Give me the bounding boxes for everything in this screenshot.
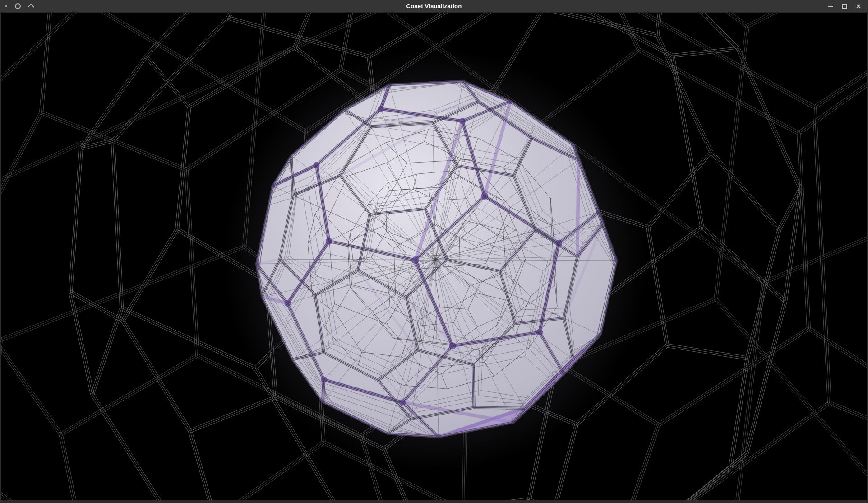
minimize-button[interactable]: [826, 1, 836, 11]
app-window: Coset Visualization ×: [0, 0, 868, 503]
maximize-button[interactable]: [840, 1, 850, 11]
circle-icon[interactable]: [15, 3, 21, 9]
viewport: [1, 13, 867, 500]
scene-svg[interactable]: [1, 13, 867, 500]
window-title: Coset Visualization: [0, 3, 868, 9]
window-controls: ×: [826, 1, 868, 11]
close-icon: ×: [856, 2, 861, 10]
maximize-icon: [842, 4, 847, 9]
chevron-up-icon[interactable]: [28, 4, 35, 11]
minimize-icon: [828, 6, 833, 7]
close-button[interactable]: ×: [854, 1, 863, 11]
dot-icon: [5, 5, 7, 7]
titlebar-left-icons: [0, 3, 33, 9]
title-bar: Coset Visualization ×: [0, 0, 868, 13]
